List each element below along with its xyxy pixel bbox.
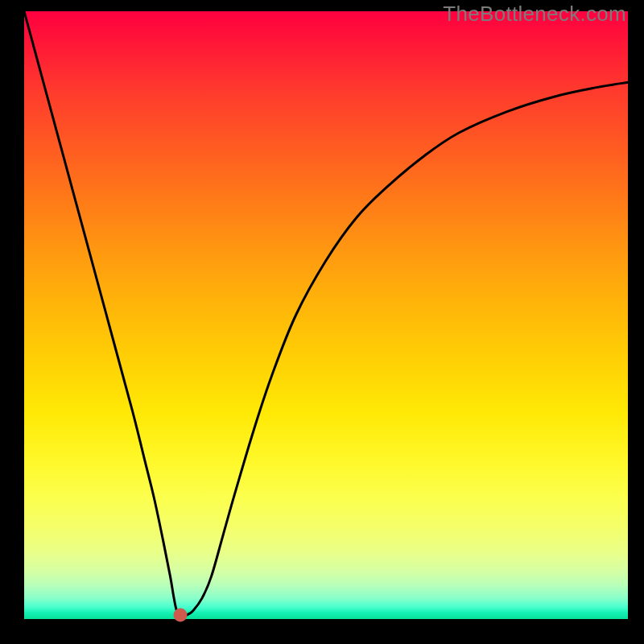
plot-area [24,11,628,619]
minimum-marker [173,608,187,621]
watermark-label: TheBottleneck.com [443,2,626,27]
bottleneck-curve [24,11,628,619]
chart-frame: TheBottleneck.com [0,0,644,644]
